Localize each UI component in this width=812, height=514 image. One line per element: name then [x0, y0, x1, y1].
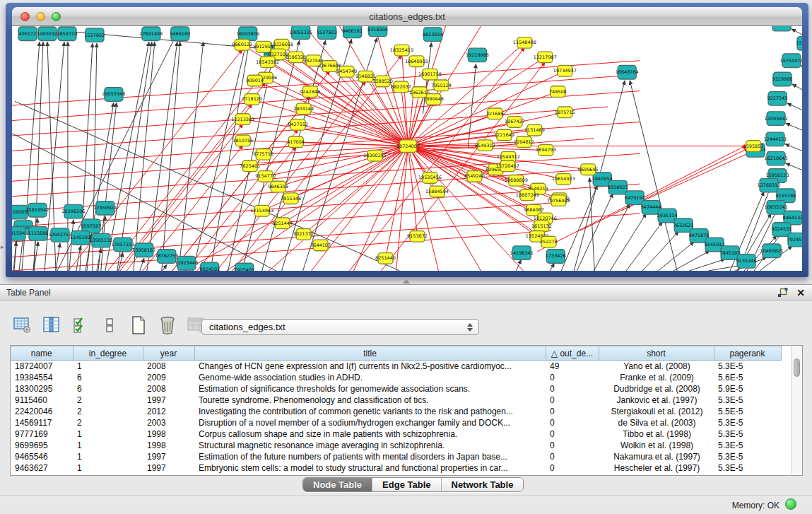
node-teal[interactable]: 7924550: [787, 233, 802, 246]
table-cell[interactable]: 2012: [143, 406, 194, 417]
node-yellow[interactable]: 9242848: [300, 86, 320, 98]
node-teal[interactable]: 19218986: [466, 48, 489, 62]
table-cell[interactable]: 18724007: [11, 361, 73, 373]
table-cell[interactable]: 1997: [143, 462, 194, 474]
node-teal[interactable]: 8938923: [608, 180, 628, 194]
node-teal[interactable]: 10463821: [760, 244, 784, 257]
node-teal[interactable]: 13505135: [89, 233, 112, 247]
table-cell[interactable]: 2: [73, 417, 143, 428]
node-yellow[interactable]: 8251440: [375, 253, 396, 264]
table-cell[interactable]: 5.3E-5: [714, 395, 781, 406]
citation-edge-red[interactable]: [269, 146, 408, 271]
node-yellow[interactable]: 2204612: [514, 136, 534, 148]
table-cell[interactable]: 18300295: [11, 383, 73, 395]
table-cell[interactable]: Structural magnetic resonance image aver…: [194, 440, 546, 451]
table-cell[interactable]: 1998: [143, 428, 194, 440]
node-yellow[interactable]: 909014: [246, 75, 264, 86]
node-yellow[interactable]: 1810755: [233, 135, 253, 146]
table-settings-icon[interactable]: [13, 315, 33, 335]
table-cell[interactable]: 9777169: [11, 428, 73, 440]
table-cell[interactable]: Hescheler et al. (1997): [599, 462, 714, 474]
node-yellow[interactable]: 8549240: [464, 171, 485, 182]
table-cell[interactable]: 6: [73, 372, 143, 383]
node-teal[interactable]: 9024501: [199, 262, 220, 271]
node-yellow[interactable]: 12217987: [534, 52, 557, 63]
table-cell[interactable]: 9465546: [11, 451, 73, 462]
table-cell[interactable]: 0: [546, 372, 599, 383]
node-teal[interactable]: 12923446: [175, 257, 198, 270]
table-cell[interactable]: 5.3E-5: [714, 440, 781, 451]
citation-edge-black[interactable]: [577, 194, 613, 271]
citation-edge-black[interactable]: [792, 84, 802, 95]
node-teal[interactable]: 9135246: [736, 255, 757, 268]
node-yellow[interactable]: 12213383: [231, 114, 254, 125]
node-teal[interactable]: 1733426: [546, 250, 566, 263]
checkbox-list-icon[interactable]: [100, 315, 119, 335]
node-teal[interactable]: 20206506: [61, 204, 85, 218]
table-cell[interactable]: 6: [73, 383, 143, 395]
column-header-4[interactable]: △ out_de...: [546, 346, 599, 361]
node-teal[interactable]: 1005532: [37, 27, 58, 40]
table-cell[interactable]: 5.3E-5: [714, 417, 781, 428]
node-yellow[interactable]: 748508: [549, 86, 567, 98]
memory-status-icon[interactable]: [785, 498, 796, 510]
node-yellow[interactable]: 7644107: [310, 240, 331, 251]
citation-edge-red[interactable]: [312, 146, 408, 271]
node-yellow[interactable]: 19654923: [552, 174, 575, 185]
panel-splitter-handle[interactable]: [403, 279, 410, 284]
table-row[interactable]: 1938455462009Genome-wide association stu…: [11, 372, 781, 383]
table-cell[interactable]: Disruption of a novel member of a sodium…: [194, 417, 546, 428]
table-cell[interactable]: 2008: [143, 361, 194, 373]
citation-edge-red[interactable]: [396, 146, 408, 271]
window-titlebar[interactable]: citations_edges.txt: [12, 7, 802, 26]
node-yellow[interactable]: 7955124: [431, 80, 452, 91]
node-teal[interactable]: 8813054: [423, 28, 443, 41]
column-header-0[interactable]: name: [11, 346, 73, 361]
table-selector-dropdown[interactable]: citations_edges.txt: [201, 319, 479, 335]
column-header-5[interactable]: short: [599, 346, 714, 361]
table-cell[interactable]: 0: [546, 428, 599, 440]
node-teal[interactable]: 17359924: [93, 201, 117, 215]
table-cell[interactable]: 1997: [143, 395, 194, 406]
node-teal[interactable]: 1511304: [796, 37, 802, 50]
node-yellow[interactable]: 1067427: [505, 117, 525, 128]
citation-edge-black[interactable]: [140, 258, 144, 271]
tab-edge-table[interactable]: Edge Table: [372, 478, 441, 491]
table-cell[interactable]: 0: [546, 383, 599, 395]
table-cell[interactable]: Changes of HCN gene expression and I(f) …: [194, 361, 546, 373]
table-cell[interactable]: Franke et al. (2009): [599, 372, 714, 383]
node-yellow[interactable]: 9154770: [255, 171, 276, 182]
node-teal[interactable]: 1145191: [70, 230, 90, 244]
node-yellow[interactable]: 9021372: [293, 229, 314, 240]
table-scrollbar-thumb[interactable]: [794, 358, 800, 377]
node-yellow[interactable]: 9153672: [407, 230, 428, 242]
table-cell[interactable]: 14569117: [11, 417, 73, 428]
citation-edge-black[interactable]: [786, 163, 802, 174]
table-scrollbar[interactable]: [792, 346, 802, 475]
table-row[interactable]: 946362711997Embryonic stem cells: a mode…: [11, 462, 781, 474]
select-all-checked-icon[interactable]: [71, 315, 90, 335]
citation-edge-black[interactable]: [516, 259, 521, 271]
node-yellow[interactable]: 1875715: [555, 107, 575, 118]
collapse-panel-arrow-icon[interactable]: ▸: [1, 243, 4, 250]
node-yellow[interactable]: 11548408: [513, 37, 536, 49]
table-row[interactable]: 969969511998Structural magnetic resonanc…: [11, 440, 781, 451]
table-cell[interactable]: 2: [73, 406, 143, 417]
tab-node-table[interactable]: Node Table: [303, 478, 372, 491]
node-teal[interactable]: 9466160: [170, 27, 190, 40]
table-cell[interactable]: 0: [546, 406, 599, 417]
table-cell[interactable]: 5.9E-5: [714, 383, 781, 395]
citation-edge-red[interactable]: [283, 146, 408, 223]
table-cell[interactable]: 5.6E-5: [714, 372, 781, 383]
node-yellow[interactable]: 1588520: [372, 76, 393, 87]
node-yellow[interactable]: 1221649: [494, 129, 514, 141]
node-teal[interactable]: 1527603: [317, 26, 337, 40]
table-row[interactable]: 911546021997Tourette syndrome. Phenomeno…: [11, 395, 781, 406]
node-yellow[interactable]: 1990448: [423, 94, 444, 105]
node-yellow[interactable]: 1694793: [536, 145, 556, 156]
table-cell[interactable]: Dudbridge et al. (2008): [599, 383, 714, 395]
node-teal[interactable]: 27691406: [139, 27, 163, 40]
node-yellow[interactable]: 417004: [287, 136, 305, 148]
table-cell[interactable]: 1: [73, 462, 143, 474]
node-yellow[interactable]: 8822037: [391, 81, 411, 93]
